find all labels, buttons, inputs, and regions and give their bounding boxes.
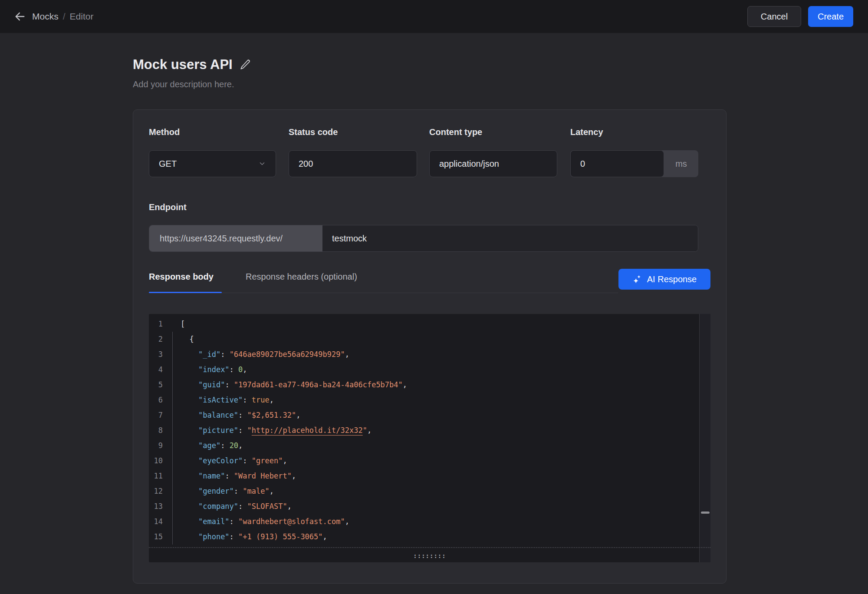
line-number: 5 [149, 377, 169, 393]
code-line-text: "eyeColor": "green", [169, 453, 287, 469]
content-type-wrap [429, 150, 557, 177]
code-line-text: "age": 20, [169, 438, 243, 453]
code-line-text: "isActive": true, [169, 393, 274, 408]
latency-label: Latency [570, 127, 603, 137]
status-code-label: Status code [289, 127, 338, 137]
line-number: 6 [149, 393, 169, 408]
editor-resize-border [149, 547, 710, 548]
code-line-text: "guid": "197dad61-ea77-496a-ba24-4a06cfe… [169, 377, 407, 393]
editor-scrollbar-thumb[interactable] [701, 512, 710, 514]
method-select-wrap: GET [149, 150, 276, 177]
code-line[interactable]: 13 "company": "SLOFAST", [149, 499, 710, 514]
code-line[interactable]: 10 "eyeColor": "green", [149, 453, 710, 469]
content-type-label: Content type [429, 127, 482, 137]
code-line-text: "phone": "+1 (913) 555-3065", [169, 529, 327, 544]
endpoint-base-url: https://user43245.requestly.dev/ [149, 225, 322, 251]
code-line-text: "balance": "$2,651.32", [169, 408, 300, 423]
code-line[interactable]: 6 "isActive": true, [149, 393, 710, 408]
ai-response-button[interactable]: AI Response [618, 269, 710, 290]
editor-resize-grip[interactable]: :::::::: [149, 549, 710, 562]
code-line-text: { [169, 332, 194, 347]
line-number: 10 [149, 453, 169, 469]
line-number: 15 [149, 529, 169, 544]
title-block: Mock users API Add your description here… [133, 56, 251, 89]
line-number: 4 [149, 362, 169, 377]
active-tab-indicator [149, 292, 222, 293]
mock-description[interactable]: Add your description here. [133, 79, 251, 89]
code-line[interactable]: 3 "_id": "646ae89027be56a62949b929", [149, 347, 710, 362]
code-line[interactable]: 4 "index": 0, [149, 362, 710, 377]
arrow-left-icon [14, 10, 26, 23]
editor-scrollbar-track[interactable] [699, 314, 710, 562]
mock-title[interactable]: Mock users API [133, 56, 233, 73]
chevron-down-icon [258, 160, 266, 168]
line-number: 3 [149, 347, 169, 362]
top-bar: Mocks / Editor Cancel Create [0, 0, 868, 33]
status-code-input[interactable] [289, 150, 417, 177]
mock-config-card: Method Status code Content type Latency … [133, 109, 727, 584]
line-number: 14 [149, 514, 169, 529]
tab-response-headers[interactable]: Response headers (optional) [246, 272, 357, 282]
cancel-button[interactable]: Cancel [747, 6, 801, 27]
tab-response-body[interactable]: Response body [149, 272, 214, 282]
method-select[interactable]: GET [149, 150, 276, 177]
code-line[interactable]: 1[ [149, 317, 710, 332]
endpoint-label: Endpoint [149, 202, 187, 212]
code-line-text: "name": "Ward Hebert", [169, 469, 296, 484]
endpoint-path-input[interactable] [322, 225, 698, 251]
code-lines: 1[2 {3 "_id": "646ae89027be56a62949b929"… [149, 317, 710, 544]
code-line-text: "gender": "male", [169, 484, 274, 499]
breadcrumb: Mocks / Editor [32, 11, 93, 22]
code-line-text: "_id": "646ae89027be56a62949b929", [169, 347, 349, 362]
code-line[interactable]: 15 "phone": "+1 (913) 555-3065", [149, 529, 710, 544]
code-line-text: "index": 0, [169, 362, 247, 377]
code-line-text: "email": "wardhebert@slofast.com", [169, 514, 349, 529]
code-line[interactable]: 14 "email": "wardhebert@slofast.com", [149, 514, 710, 529]
line-number: 7 [149, 408, 169, 423]
code-line[interactable]: 8 "picture": "http://placehold.it/32x32"… [149, 423, 710, 438]
endpoint-control: https://user43245.requestly.dev/ [149, 225, 698, 252]
code-line[interactable]: 5 "guid": "197dad61-ea77-496a-ba24-4a06c… [149, 377, 710, 393]
method-value: GET [159, 159, 177, 169]
latency-input[interactable] [570, 150, 664, 177]
ai-response-label: AI Response [647, 274, 697, 284]
line-number: 1 [149, 317, 169, 332]
code-line[interactable]: 12 "gender": "male", [149, 484, 710, 499]
method-label: Method [149, 127, 180, 137]
code-line[interactable]: 7 "balance": "$2,651.32", [149, 408, 710, 423]
code-line[interactable]: 11 "name": "Ward Hebert", [149, 469, 710, 484]
edit-pencil-icon[interactable] [240, 59, 251, 70]
code-line-text: [ [169, 317, 185, 332]
code-line-text: "picture": "http://placehold.it/32x32", [169, 423, 372, 438]
breadcrumb-separator: / [63, 11, 66, 22]
back-button[interactable] [11, 8, 29, 25]
line-number: 11 [149, 469, 169, 484]
content-type-input[interactable] [429, 150, 557, 177]
code-line[interactable]: 9 "age": 20, [149, 438, 710, 453]
code-line[interactable]: 2 { [149, 332, 710, 347]
line-number: 13 [149, 499, 169, 514]
line-number: 8 [149, 423, 169, 438]
sparkles-icon [632, 274, 642, 284]
code-line-text: "company": "SLOFAST", [169, 499, 292, 514]
latency-unit: ms [664, 150, 698, 177]
latency-wrap: ms [570, 150, 698, 177]
response-body-editor[interactable]: 1[2 {3 "_id": "646ae89027be56a62949b929"… [149, 314, 710, 562]
line-number: 12 [149, 484, 169, 499]
breadcrumb-mocks[interactable]: Mocks [32, 11, 59, 22]
create-button[interactable]: Create [808, 6, 853, 27]
breadcrumb-editor: Editor [70, 11, 94, 22]
line-number: 9 [149, 438, 169, 453]
line-number: 2 [149, 332, 169, 347]
header-actions: Cancel Create [747, 6, 853, 27]
mock-editor-screen: Mocks / Editor Cancel Create Mock users … [0, 0, 868, 594]
status-code-wrap [289, 150, 417, 177]
